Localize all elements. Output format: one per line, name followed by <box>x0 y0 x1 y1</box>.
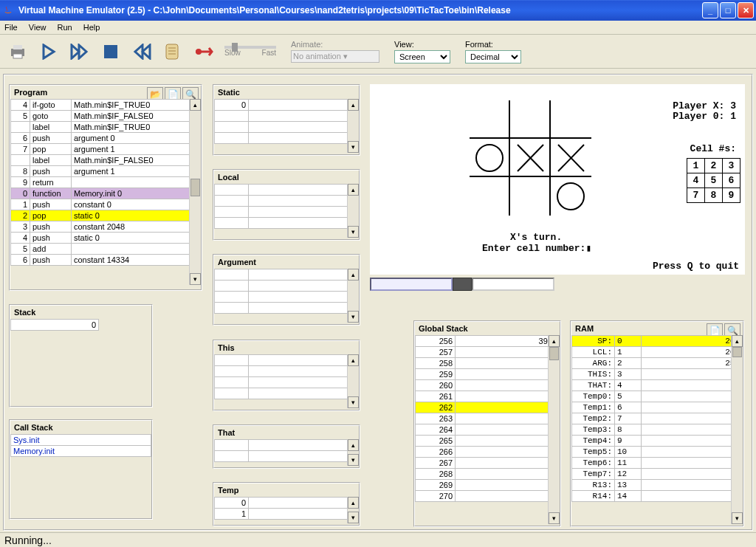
format-select[interactable]: Decimal <box>465 50 521 63</box>
that-title: That <box>214 426 359 439</box>
argument-title: Argument <box>214 255 359 269</box>
temp-scrollbar[interactable]: ▴▾ <box>347 497 359 523</box>
quit-text: Press Q to quit <box>653 261 739 272</box>
toolbar: SlowFast Animate: No animation ▾ View: S… <box>0 35 756 69</box>
static-scrollbar[interactable]: ▴▾ <box>347 99 359 153</box>
keyboard-input-right[interactable] <box>472 278 554 291</box>
menu-help[interactable]: Help <box>83 23 100 32</box>
svg-rect-1 <box>13 45 22 49</box>
svg-rect-3 <box>166 44 178 59</box>
static-title: Static <box>214 86 359 99</box>
callstack-title: Call Stack <box>10 421 151 434</box>
view-select[interactable]: Screen <box>394 50 450 63</box>
keyboard-input-left[interactable] <box>370 278 453 291</box>
static-panel: Static 00 ▴▾ <box>213 84 360 156</box>
status-text: Running... <box>4 534 52 546</box>
stack-table[interactable]: 0 <box>10 319 99 331</box>
view-label: View: <box>394 40 450 49</box>
that-scrollbar[interactable]: ▴▾ <box>347 439 359 466</box>
local-panel: Local ▴▾ <box>213 169 360 241</box>
minimize-button[interactable]: _ <box>702 2 718 18</box>
ram-table[interactable]: SP:0262LCL:1261ARG:2256THIS:30THAT:40Tem… <box>571 335 743 502</box>
status-bar: Running... <box>0 532 756 547</box>
ram-panel: RAM 📄 🔍 SP:0262LCL:1261ARG:2256THIS:30TH… <box>570 320 744 527</box>
step-icon[interactable] <box>38 41 59 62</box>
window-titlebar: Virtual Machine Emulator (2.5) - C:\John… <box>0 0 756 21</box>
menu-run[interactable]: Run <box>58 23 72 32</box>
ram-scrollbar[interactable]: ▴▾ <box>731 335 743 524</box>
that-panel: That ▴▾ <box>213 424 360 469</box>
window-title: Virtual Machine Emulator (2.5) - C:\John… <box>18 5 702 16</box>
animate-combo: Animate: No animation ▾ <box>291 40 379 63</box>
turn-text: X's turn. <box>510 232 562 243</box>
speed-slider[interactable]: SlowFast <box>224 46 276 57</box>
prompt-text: Enter cell number:▮ <box>482 242 591 254</box>
this-title: This <box>214 341 359 354</box>
temp-title: Temp <box>214 484 359 497</box>
close-button[interactable]: ✕ <box>738 2 754 18</box>
cell-numbers-table: 123456789 <box>687 158 740 203</box>
score-x: Player X: 3 <box>673 100 736 111</box>
svg-point-7 <box>196 49 202 55</box>
format-combo: Format: Decimal <box>465 40 521 63</box>
program-table[interactable]: 4if-gotoMath.min$IF_TRUE05gotoMath.min$I… <box>10 99 201 266</box>
menu-view[interactable]: View <box>29 23 47 32</box>
breakpoint-icon[interactable] <box>193 41 214 62</box>
argument-panel: Argument ▴▾ <box>213 254 360 326</box>
globalstack-table[interactable]: 2563958257025802590260026102620263026402… <box>415 335 560 502</box>
globalstack-panel: Global Stack 256395825702580259026002610… <box>413 320 561 527</box>
this-table[interactable] <box>214 354 359 399</box>
menu-bar: File View Run Help <box>0 21 756 35</box>
local-table[interactable] <box>214 184 359 229</box>
score-o: Player 0: 1 <box>673 111 736 122</box>
main-panel: Program 📂 📄 🔍 4if-gotoMath.min$IF_TRUE05… <box>3 74 753 531</box>
format-label: Format: <box>465 40 521 49</box>
static-table[interactable]: 00 <box>214 99 359 144</box>
temp-table[interactable]: 0010 <box>214 497 359 520</box>
stack-value: 0 <box>11 320 99 331</box>
this-panel: This ▴▾ <box>213 340 360 411</box>
view-combo: View: Screen <box>394 40 450 63</box>
svg-point-13 <box>557 183 584 210</box>
animate-label: Animate: <box>291 40 379 49</box>
tictactoe-board <box>470 100 591 216</box>
argument-scrollbar[interactable]: ▴▾ <box>347 269 359 323</box>
stop-icon[interactable] <box>100 41 121 62</box>
callstack-table[interactable]: Sys.initMemory.init <box>10 434 151 457</box>
svg-point-8 <box>476 145 503 171</box>
program-panel: Program 📂 📄 🔍 4if-gotoMath.min$IF_TRUE05… <box>9 84 202 291</box>
keyboard-icon[interactable] <box>453 278 472 291</box>
that-table[interactable] <box>214 439 359 462</box>
script-icon[interactable] <box>162 41 183 62</box>
local-title: Local <box>214 171 359 184</box>
cellnums-label: Cell #s: <box>690 143 736 154</box>
stack-title: Stack <box>10 306 151 319</box>
svg-rect-2 <box>13 54 22 58</box>
maximize-button[interactable]: □ <box>720 2 736 18</box>
java-icon <box>2 4 14 16</box>
argument-table[interactable] <box>214 269 359 314</box>
window-buttons: _ □ ✕ <box>702 2 754 18</box>
temp-panel: Temp 0010 ▴▾ <box>213 482 360 526</box>
this-scrollbar[interactable]: ▴▾ <box>347 354 359 408</box>
rewind-icon[interactable] <box>131 41 152 62</box>
animate-select[interactable]: No animation ▾ <box>291 50 379 63</box>
keyboard-row <box>370 278 554 291</box>
screen-output: Player X: 3 Player 0: 1 Cell #s: 1234567… <box>370 84 745 275</box>
stack-panel: Stack 0 <box>9 304 153 407</box>
fast-forward-icon[interactable] <box>69 41 90 62</box>
local-scrollbar[interactable]: ▴▾ <box>347 184 359 238</box>
globalstack-title: Global Stack <box>415 322 560 335</box>
callstack-panel: Call Stack Sys.initMemory.init <box>9 419 153 520</box>
print-icon[interactable] <box>7 41 28 62</box>
fast-label: Fast <box>262 49 276 57</box>
menu-file[interactable]: File <box>4 23 18 32</box>
program-scrollbar[interactable]: ▴▾ <box>189 99 201 285</box>
globalstack-scrollbar[interactable]: ▴▾ <box>548 335 560 524</box>
